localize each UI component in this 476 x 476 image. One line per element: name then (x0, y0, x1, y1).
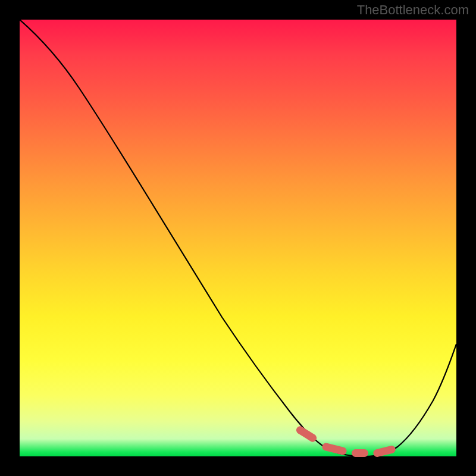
bottleneck-curve (20, 20, 456, 456)
watermark-text: TheBottleneck.com (357, 2, 469, 18)
optimal-marker-3 (352, 449, 368, 457)
curve-svg (20, 20, 456, 456)
plot-area (20, 20, 456, 456)
